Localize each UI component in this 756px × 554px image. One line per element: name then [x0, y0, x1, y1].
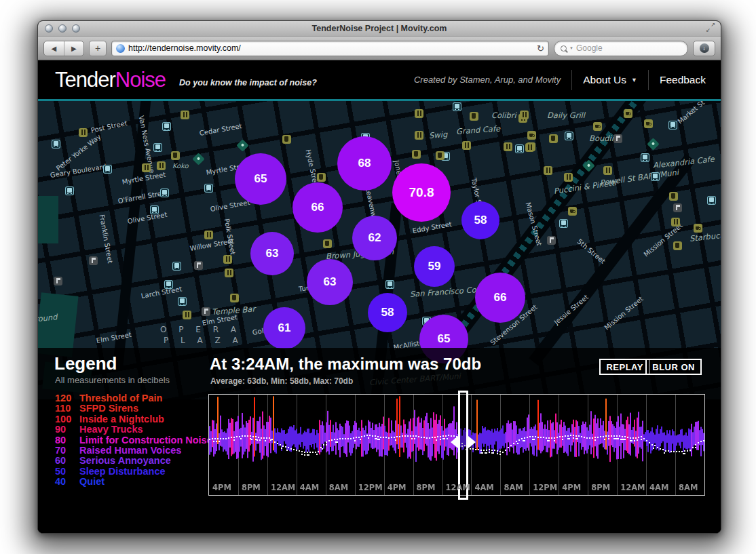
plus-icon: +: [95, 43, 100, 54]
rest-icon: [415, 131, 423, 140]
search-icon: [561, 45, 567, 52]
noise-bubble[interactable]: 70.8: [392, 163, 451, 222]
map-label: Cedar Street: [199, 122, 242, 137]
noise-bubble[interactable]: 63: [307, 259, 353, 305]
replay-button[interactable]: REPLAY: [599, 359, 650, 375]
beer-icon: [412, 150, 421, 159]
rest-icon: [204, 231, 213, 239]
beer-icon: [549, 134, 558, 143]
new-tab-button[interactable]: +: [89, 41, 107, 56]
noise-bubble[interactable]: 68: [337, 136, 392, 191]
close-window-button[interactable]: [45, 24, 53, 33]
x-axis-tick-label: 4AM: [300, 483, 319, 492]
legend-entry: 120Threshold of Pain: [55, 393, 212, 403]
map-label: Franklin Street: [98, 214, 114, 264]
rest-icon: [415, 109, 423, 118]
beer-icon: [673, 241, 682, 250]
beer-icon: [436, 151, 445, 160]
map-label: Eddy Street: [412, 220, 453, 235]
scrubber-right-arrow-icon[interactable]: [468, 436, 476, 448]
noise-bubble[interactable]: 62: [352, 216, 397, 260]
minimize-window-button[interactable]: [58, 24, 67, 33]
legend-db-value: 80: [55, 435, 75, 445]
legend-label: SFPD Sirens: [79, 403, 138, 413]
rest-icon: [520, 111, 529, 119]
scrubber-left-arrow-icon[interactable]: [451, 436, 458, 448]
map-label: Post Street: [90, 119, 128, 134]
forward-button[interactable]: ▶: [64, 41, 84, 56]
map-label: Boudin: [589, 134, 616, 143]
bus-icon: [103, 165, 112, 174]
back-button[interactable]: ◀: [44, 41, 64, 56]
noise-timeline-chart[interactable]: 4PM8PM12AM4AM8AM12PM4PM8PM12AM4AM8AM12PM…: [208, 394, 705, 496]
legend-entry: 80Limit for Construction Noise: [55, 435, 212, 445]
legend-label: Quiet: [79, 476, 105, 486]
address-bar[interactable]: http://tendernoise.movity.com/ ↻: [111, 41, 549, 56]
x-axis-tick-label: 4PM: [212, 483, 231, 492]
legend-entry: 50Sleep Disturbance: [55, 466, 212, 476]
noise-bubble[interactable]: 58: [461, 201, 499, 239]
beer-icon: [669, 192, 678, 201]
bus-icon: [385, 280, 394, 289]
noise-bubble[interactable]: 66: [292, 182, 343, 233]
rest-icon: [181, 111, 189, 119]
download-icon: ↓: [700, 43, 709, 53]
cafe-icon: [527, 131, 536, 140]
url-text: http://tendernoise.movity.com/: [128, 43, 533, 53]
search-input[interactable]: ▼ Google: [554, 41, 688, 56]
resize-grip-icon[interactable]: ↗↙: [706, 22, 715, 33]
tag-icon: [236, 139, 248, 151]
beer-icon: [230, 294, 239, 302]
cafe-icon: [644, 119, 653, 128]
bottom-panel: Legend All measurements in decibels 120T…: [38, 348, 721, 534]
map-label: Olive Street: [210, 199, 250, 213]
status-summary: Average: 63db, Min: 58db, Max: 70db: [210, 376, 353, 386]
noise-bubble[interactable]: 65: [235, 153, 286, 205]
legend-db-value: 60: [55, 455, 75, 465]
rest-icon: [564, 173, 573, 182]
header-right: Created by Stamen, Arup, and Movity Abou…: [414, 60, 706, 99]
downloads-button[interactable]: ↓: [693, 41, 715, 56]
legend-db-value: 40: [55, 476, 75, 486]
bus-icon: [453, 102, 461, 111]
bus-icon: [153, 143, 162, 152]
noise-bubble[interactable]: 59: [414, 246, 455, 287]
x-axis-tick-label: 12AM: [271, 483, 295, 492]
back-icon: ◀: [51, 45, 56, 52]
bus-icon: [172, 262, 181, 271]
nav-about-us[interactable]: About Us▼: [583, 74, 637, 86]
bus-icon: [515, 144, 524, 153]
tag-icon: [192, 153, 204, 165]
flag-icon: [613, 134, 622, 143]
cafe-icon: [694, 224, 702, 233]
x-axis-tick-label: 4AM: [474, 483, 493, 492]
rest-icon: [79, 128, 88, 137]
noise-bubble[interactable]: 66: [475, 273, 525, 323]
legend-entry: 70Raised Human Voices: [55, 445, 212, 455]
rest-icon: [225, 269, 233, 277]
x-axis-tick-label: 8AM: [504, 483, 523, 492]
beer-icon: [171, 151, 180, 160]
site-logo[interactable]: TenderNoise: [55, 68, 166, 92]
bus-icon: [559, 219, 568, 228]
noise-bubble[interactable]: 58: [368, 293, 407, 332]
map-label: O P E R A: [160, 325, 241, 334]
map-label: Mission Street: [603, 295, 644, 332]
bus-icon: [164, 280, 173, 289]
flag-icon: [202, 307, 210, 316]
legend-label: Serious Annoyance: [79, 455, 171, 465]
noise-bubble[interactable]: 61: [263, 307, 305, 349]
map-label: 5th Street: [575, 237, 607, 265]
x-axis-tick-label: 12PM: [358, 483, 383, 492]
bus-icon: [641, 153, 649, 162]
browser-titlebar: TenderNoise Project | Movity.com ↗↙: [38, 21, 721, 37]
site-favicon: [116, 44, 125, 53]
flag-icon: [54, 277, 62, 285]
zoom-window-button[interactable]: [72, 24, 80, 33]
noise-bubble[interactable]: 63: [250, 232, 294, 275]
legend-subtitle: All measurements in decibels: [55, 375, 170, 385]
blur-toggle-button[interactable]: BLUR ON: [645, 359, 702, 375]
map-label: Elm Street: [96, 331, 132, 344]
reload-icon[interactable]: ↻: [537, 43, 544, 54]
nav-feedback[interactable]: Feedback: [660, 74, 706, 86]
